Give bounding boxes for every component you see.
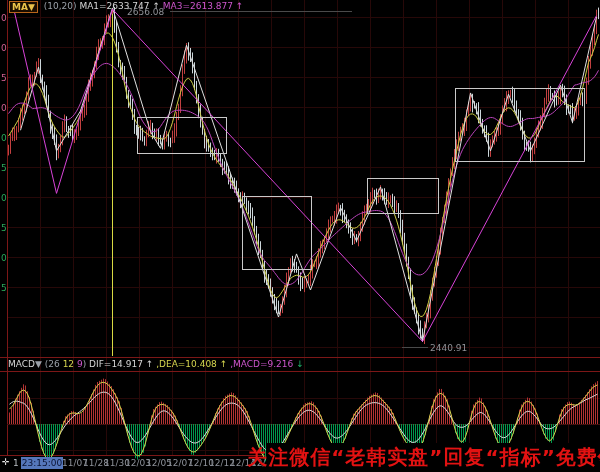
macd-indicator-header: MACD▼ (26 12 9) DIF=14.917 ↑ ,DEA=10.408… (8, 359, 304, 369)
macd-params-close: ) (83, 359, 87, 369)
peak-price-annotation: 2656.08 (127, 7, 164, 17)
price-tick-label: 0 (1, 193, 7, 203)
up-arrow-icon: ↑ (220, 359, 228, 369)
low-price-pointer-line (402, 347, 428, 348)
range-box (137, 117, 227, 154)
bar-index-label: 1 (13, 458, 19, 468)
low-price-annotation: 2440.91 (430, 343, 467, 353)
macd-param-12: 12 (63, 359, 74, 369)
crosshair-cursor-line[interactable] (112, 14, 113, 356)
dif-value: DIF=14.917 (89, 359, 143, 369)
ad-banner: 关注微信“老韩实盘”回复“指标”免费领 (266, 443, 600, 472)
price-tick-label: 0 (1, 13, 7, 23)
macd-param-26: 26 (48, 359, 59, 369)
price-tick-label: 0 (1, 103, 7, 113)
selected-time-chip: 23:15:00 (21, 457, 63, 469)
price-tick-label: 5 (1, 73, 7, 83)
crosshair-icon[interactable]: ✛ (2, 457, 10, 467)
range-box (455, 88, 585, 162)
ad-banner-text: 关注微信“老韩实盘”回复“指标”免费领 (247, 444, 600, 471)
range-box (242, 196, 312, 270)
down-arrow-icon: ↓ (296, 359, 304, 369)
macd-selector-button[interactable]: MACD▼ (8, 359, 42, 369)
macd-value: ,MACD=9.216 (230, 359, 293, 369)
price-tick-label: 0 (1, 253, 7, 263)
dea-value: ,DEA=10.408 (156, 359, 217, 369)
price-tick-label: 0 (1, 133, 7, 143)
chart-window: MA▼ (10,20) MA1=2633.747 ↑ MA3=2613.877 … (0, 0, 600, 472)
range-box (367, 178, 439, 214)
price-tick-label: 5 (1, 223, 7, 233)
up-arrow-icon: ↑ (146, 359, 154, 369)
price-tick-label: 0 (1, 43, 7, 53)
ma-params: (10,20) (44, 1, 77, 11)
price-tick-label: 5 (1, 283, 7, 293)
ma3-value: MA3=2613.877 (163, 1, 233, 11)
chevron-down-icon: ▼ (35, 359, 42, 369)
ma-selector-button[interactable]: MA▼ (9, 1, 38, 13)
macd-label: MACD (8, 359, 35, 369)
ma-label: MA (12, 2, 28, 12)
up-arrow-icon: ↑ (236, 1, 244, 11)
chevron-down-icon: ▼ (28, 2, 35, 12)
price-tick-label: 5 (1, 163, 7, 173)
